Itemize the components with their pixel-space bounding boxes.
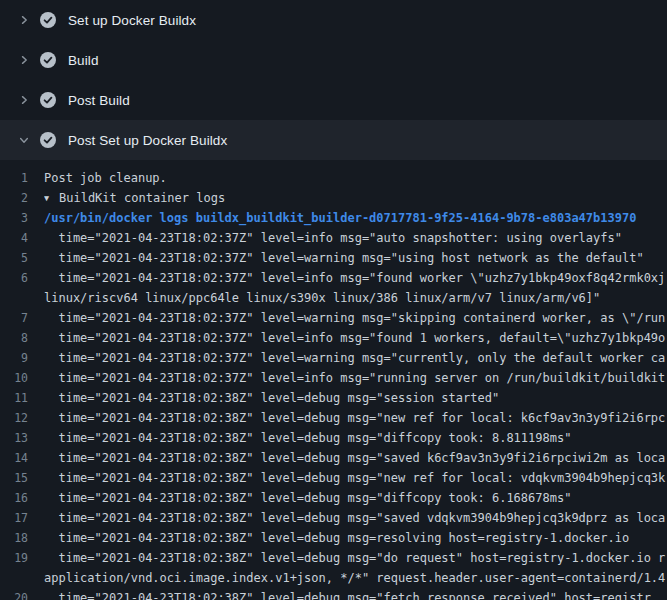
line-number[interactable]: 19	[0, 548, 44, 568]
line-number[interactable]: 5	[0, 248, 44, 268]
step-set-up-docker-buildx[interactable]: Set up Docker Buildx	[0, 0, 667, 40]
line-number[interactable]: 13	[0, 428, 44, 448]
log-line[interactable]: 18 time="2021-04-23T18:02:38Z" level=deb…	[0, 528, 667, 548]
line-text: time="2021-04-23T18:02:38Z" level=debug …	[44, 528, 667, 548]
line-text: time="2021-04-23T18:02:37Z" level=warnin…	[44, 348, 667, 368]
line-text: time="2021-04-23T18:02:38Z" level=debug …	[44, 508, 667, 528]
log-line[interactable]: application/vnd.oci.image.index.v1+json,…	[0, 568, 667, 588]
log-line[interactable]: 10 time="2021-04-23T18:02:37Z" level=inf…	[0, 368, 667, 388]
line-number[interactable]: 4	[0, 228, 44, 248]
line-text: time="2021-04-23T18:02:37Z" level=info m…	[44, 368, 667, 388]
check-circle-icon	[40, 12, 56, 28]
step-build[interactable]: Build	[0, 40, 667, 80]
chevron-down-icon[interactable]	[16, 132, 32, 148]
log-line[interactable]: 20 time="2021-04-23T18:02:38Z" level=deb…	[0, 588, 667, 600]
log-line[interactable]: 1 Post job cleanup.	[0, 168, 667, 188]
line-text: ▼BuildKit container logs	[44, 188, 667, 208]
log-line[interactable]: 4 time="2021-04-23T18:02:37Z" level=info…	[0, 228, 667, 248]
line-text: /usr/bin/docker logs buildx_buildkit_bui…	[44, 208, 667, 228]
line-text: time="2021-04-23T18:02:38Z" level=debug …	[44, 388, 667, 408]
line-text: time="2021-04-23T18:02:37Z" level=info m…	[44, 268, 667, 288]
line-text: application/vnd.oci.image.index.v1+json,…	[44, 568, 667, 588]
log-line[interactable]: 13 time="2021-04-23T18:02:38Z" level=deb…	[0, 428, 667, 448]
line-text: time="2021-04-23T18:02:38Z" level=debug …	[44, 468, 667, 488]
line-text: Post job cleanup.	[44, 168, 667, 188]
log-lines: 1 Post job cleanup. 2 ▼BuildKit containe…	[0, 168, 667, 600]
log-line[interactable]: 11 time="2021-04-23T18:02:38Z" level=deb…	[0, 388, 667, 408]
log-line[interactable]: 2 ▼BuildKit container logs	[0, 188, 667, 208]
log-line[interactable]: 5 time="2021-04-23T18:02:37Z" level=warn…	[0, 248, 667, 268]
line-number[interactable]: 2	[0, 188, 44, 208]
line-text: time="2021-04-23T18:02:38Z" level=debug …	[44, 588, 667, 600]
line-number[interactable]: 12	[0, 408, 44, 428]
log-line[interactable]: 12 time="2021-04-23T18:02:38Z" level=deb…	[0, 408, 667, 428]
log-line[interactable]: 17 time="2021-04-23T18:02:38Z" level=deb…	[0, 508, 667, 528]
check-circle-icon	[40, 52, 56, 68]
step-title: Build	[68, 53, 99, 68]
log-line[interactable]: linux/riscv64 linux/ppc64le linux/s390x …	[0, 288, 667, 308]
log-line[interactable]: 14 time="2021-04-23T18:02:38Z" level=deb…	[0, 448, 667, 468]
line-number[interactable]: 15	[0, 468, 44, 488]
chevron-right-icon[interactable]	[16, 92, 32, 108]
line-text: time="2021-04-23T18:02:38Z" level=debug …	[44, 548, 667, 568]
check-circle-icon	[40, 92, 56, 108]
line-number[interactable]: 3	[0, 208, 44, 228]
line-text: time="2021-04-23T18:02:38Z" level=debug …	[44, 488, 667, 508]
step-post-set-up-docker-buildx[interactable]: Post Set up Docker Buildx	[0, 120, 667, 160]
line-number[interactable]: 6	[0, 268, 44, 288]
log-output: 1 Post job cleanup. 2 ▼BuildKit containe…	[0, 160, 667, 600]
chevron-right-icon[interactable]	[16, 12, 32, 28]
log-line[interactable]: 6 time="2021-04-23T18:02:37Z" level=info…	[0, 268, 667, 288]
step-post-build[interactable]: Post Build	[0, 80, 667, 120]
line-number[interactable]: 8	[0, 328, 44, 348]
log-line[interactable]: 16 time="2021-04-23T18:02:38Z" level=deb…	[0, 488, 667, 508]
log-line[interactable]: 9 time="2021-04-23T18:02:37Z" level=warn…	[0, 348, 667, 368]
line-number[interactable]: 17	[0, 508, 44, 528]
line-text: time="2021-04-23T18:02:37Z" level=info m…	[44, 328, 667, 348]
line-text: time="2021-04-23T18:02:37Z" level=info m…	[44, 228, 667, 248]
line-number[interactable]: 11	[0, 388, 44, 408]
line-number[interactable]: 20	[0, 588, 44, 600]
line-number[interactable]: 7	[0, 308, 44, 328]
log-line[interactable]: 3 /usr/bin/docker logs buildx_buildkit_b…	[0, 208, 667, 228]
line-number[interactable]: 16	[0, 488, 44, 508]
line-text: time="2021-04-23T18:02:38Z" level=debug …	[44, 448, 667, 468]
line-text: linux/riscv64 linux/ppc64le linux/s390x …	[44, 288, 667, 308]
chevron-right-icon[interactable]	[16, 52, 32, 68]
log-line[interactable]: 8 time="2021-04-23T18:02:37Z" level=info…	[0, 328, 667, 348]
line-number[interactable]: 9	[0, 348, 44, 368]
step-title: Post Set up Docker Buildx	[68, 133, 227, 148]
line-number[interactable]: 14	[0, 448, 44, 468]
check-circle-icon	[40, 132, 56, 148]
line-text: time="2021-04-23T18:02:38Z" level=debug …	[44, 408, 667, 428]
log-line[interactable]: 15 time="2021-04-23T18:02:38Z" level=deb…	[0, 468, 667, 488]
line-number[interactable]: 10	[0, 368, 44, 388]
line-text: time="2021-04-23T18:02:37Z" level=warnin…	[44, 248, 667, 268]
line-number[interactable]	[0, 288, 44, 308]
step-title: Post Build	[68, 93, 130, 108]
step-title: Set up Docker Buildx	[68, 13, 196, 28]
line-number[interactable]	[0, 568, 44, 588]
group-expanded-icon[interactable]: ▼	[44, 188, 59, 208]
line-number[interactable]: 18	[0, 528, 44, 548]
line-text: time="2021-04-23T18:02:37Z" level=warnin…	[44, 308, 667, 328]
steps-list: Set up Docker Buildx Build Post Build Po…	[0, 0, 667, 160]
log-line[interactable]: 7 time="2021-04-23T18:02:37Z" level=warn…	[0, 308, 667, 328]
line-number[interactable]: 1	[0, 168, 44, 188]
log-line[interactable]: 19 time="2021-04-23T18:02:38Z" level=deb…	[0, 548, 667, 568]
line-text: time="2021-04-23T18:02:38Z" level=debug …	[44, 428, 667, 448]
